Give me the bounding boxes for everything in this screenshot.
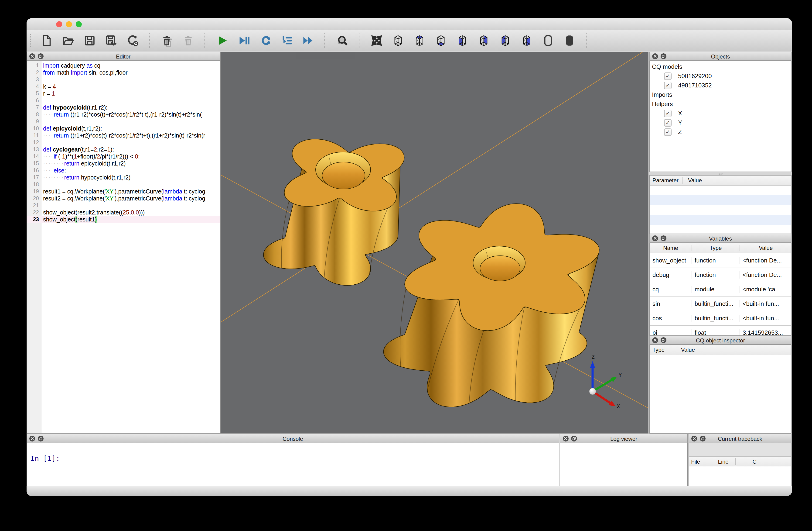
code-editor[interactable]: 1import cadquery as cq2from math import … [27, 60, 220, 434]
tree-item-y[interactable]: ✓Y [650, 118, 791, 127]
visibility-checkbox[interactable]: ✓ [664, 82, 671, 89]
objects-tree: CQ models✓5001629200✓4981710352ImportsHe… [649, 60, 792, 172]
variable-row-pi[interactable]: pifloat3.141592653... [650, 326, 791, 336]
tree-item-z[interactable]: ✓Z [650, 127, 791, 137]
toolbar-run-button[interactable] [216, 34, 229, 47]
traceback-header[interactable]: File Line C [689, 457, 791, 467]
toolbar-continue-button[interactable] [302, 34, 315, 47]
toolbar-view-top-button[interactable] [413, 34, 426, 47]
variable-row-cq[interactable]: cqmodule<module 'ca... [650, 282, 791, 297]
toolbar-separator [204, 33, 205, 48]
toolbar-zoom-button[interactable] [336, 34, 349, 47]
toolbar-reload-button[interactable] [126, 34, 139, 47]
toolbar-debug-button[interactable] [237, 34, 250, 47]
toolbar-view-iso-button[interactable] [392, 34, 405, 47]
code-line-14[interactable]: 14····if (-1)**(1+floor(t/2/pi*(r1/r2)))… [27, 153, 220, 160]
code-line-4[interactable]: 4k = 4 [27, 83, 220, 90]
toolbar-save-button[interactable] [83, 34, 96, 47]
line-number: 3 [27, 76, 39, 83]
tree-section-label: CQ models [652, 63, 682, 70]
code-lines[interactable]: 1import cadquery as cq2from math import … [27, 62, 220, 223]
objects-panel-title: Objects [650, 53, 791, 60]
inspector-header[interactable]: Type Value [650, 345, 791, 355]
toolbar-new-button[interactable] [40, 34, 53, 47]
toolbar-step-in-button[interactable] [280, 34, 293, 47]
variable-value: 3.141592653... [740, 329, 792, 336]
line-number: 2 [27, 69, 39, 76]
toolbar-step-button[interactable] [259, 34, 272, 47]
cube-bottom-icon [435, 34, 447, 47]
toolbar-view-bottom-button[interactable] [434, 34, 448, 47]
code-line-12[interactable]: 12 [27, 139, 220, 146]
visibility-checkbox[interactable]: ✓ [664, 110, 671, 117]
parameter-row-empty [650, 205, 791, 215]
maximize-window-button[interactable] [76, 21, 82, 27]
variable-row-sin[interactable]: sinbuiltin_functi...<built-in fun... [650, 297, 791, 311]
3d-viewport[interactable]: Z Y X [220, 52, 649, 434]
code-line-18[interactable]: 18 [27, 181, 220, 188]
code-line-3[interactable]: 3 [27, 76, 220, 83]
toolbar-drag-handle[interactable] [30, 34, 32, 47]
toolbar-wireframe-button[interactable] [541, 34, 555, 47]
variable-row-cos[interactable]: cosbuiltin_functi...<built-in fun... [650, 311, 791, 326]
toolbar-view-back-button[interactable] [477, 34, 490, 47]
tree-section-helpers[interactable]: Helpers [650, 99, 791, 109]
toolbar-delete-current-button[interactable] [160, 34, 173, 47]
tree-item-label: Z [678, 128, 682, 136]
tree-item-x[interactable]: ✓X [650, 109, 791, 118]
close-window-button[interactable] [56, 21, 62, 27]
code-line-15[interactable]: 15········return epicycloid(t,r1,r2) [27, 160, 220, 167]
code-line-1[interactable]: 1import cadquery as cq [27, 62, 220, 69]
toolbar-delete-all-button[interactable] [182, 34, 195, 47]
3d-scene: Z Y X [221, 52, 649, 434]
code-line-5[interactable]: 5r = 1 [27, 90, 220, 97]
code-line-16[interactable]: 16····else: [27, 167, 220, 174]
line-number: 8 [27, 111, 39, 118]
code-line-23[interactable]: 23show_object(result1) [27, 216, 220, 223]
tree-section-imports[interactable]: Imports [650, 90, 791, 99]
code-line-6[interactable]: 6 [27, 97, 220, 104]
code-line-11[interactable]: 11····return ((r1+r2)*cos(t)-r2*cos(r1/r… [27, 132, 220, 139]
code-line-9[interactable]: 9 [27, 118, 220, 125]
code-line-2[interactable]: 2from math import sin, cos,pi,floor [27, 69, 220, 76]
code-line-17[interactable]: 17········return hypocycloid(t,r1,r2) [27, 174, 220, 181]
traceback-header-file: File [689, 459, 700, 465]
minimize-window-button[interactable] [66, 21, 72, 27]
visibility-checkbox[interactable]: ✓ [664, 128, 671, 136]
toolbar-view-front-button[interactable] [456, 34, 469, 47]
variable-row-show_object[interactable]: show_objectfunction<function De... [650, 253, 791, 268]
code-line-21[interactable]: 21 [27, 202, 220, 209]
code-line-13[interactable]: 13def cyclogear(t,r1=2,r2=1): [27, 146, 220, 153]
code-line-10[interactable]: 10def epicycloid(t,r1,r2): [27, 125, 220, 132]
tree-item-4981710352[interactable]: ✓4981710352 [650, 81, 791, 90]
log-viewer-content[interactable] [560, 443, 687, 486]
line-number: 23 [27, 216, 39, 223]
window-titlebar[interactable] [27, 18, 792, 30]
variable-type: function [692, 257, 740, 264]
toolbar-save-as-button[interactable] [105, 34, 118, 47]
visibility-checkbox[interactable]: ✓ [664, 72, 671, 80]
toolbar-open-button[interactable] [62, 34, 75, 47]
console-output[interactable]: In [1]: [27, 443, 559, 486]
toolbar-shaded-button[interactable] [563, 34, 576, 47]
toolbar-view-left-button[interactable] [499, 34, 512, 47]
code-line-8[interactable]: 8····return ((r1-r2)*cos(t)+r2*cos(r1/r2… [27, 111, 220, 118]
tree-item-5001629200[interactable]: ✓5001629200 [650, 72, 791, 81]
code-line-19[interactable]: 19result1 = cq.Workplane('XY').parametri… [27, 188, 220, 195]
panel-splitter[interactable] [649, 172, 792, 175]
toolbar-view-right-button[interactable] [520, 34, 533, 47]
toolbar-fit-button[interactable] [370, 34, 383, 47]
parameter-row-empty [650, 225, 791, 234]
save-as-icon [105, 34, 117, 47]
tree-section-cq-models[interactable]: CQ models [650, 62, 791, 72]
line-number: 16 [27, 167, 39, 174]
code-line-22[interactable]: 22show_object(result2.translate((25,0,0)… [27, 209, 220, 216]
line-number: 5 [27, 90, 39, 97]
parameters-header[interactable]: Parameter Value [650, 176, 791, 185]
code-line-20[interactable]: 20result2 = cq.Workplane('XY').parametri… [27, 195, 220, 202]
code-line-7[interactable]: 7def hypocycloid(t,r1,r2): [27, 104, 220, 111]
visibility-checkbox[interactable]: ✓ [664, 119, 671, 127]
variable-row-debug[interactable]: debugfunction<function De... [650, 268, 791, 282]
skip-icon [238, 34, 250, 47]
variables-header[interactable]: Name Type Value [650, 243, 791, 253]
